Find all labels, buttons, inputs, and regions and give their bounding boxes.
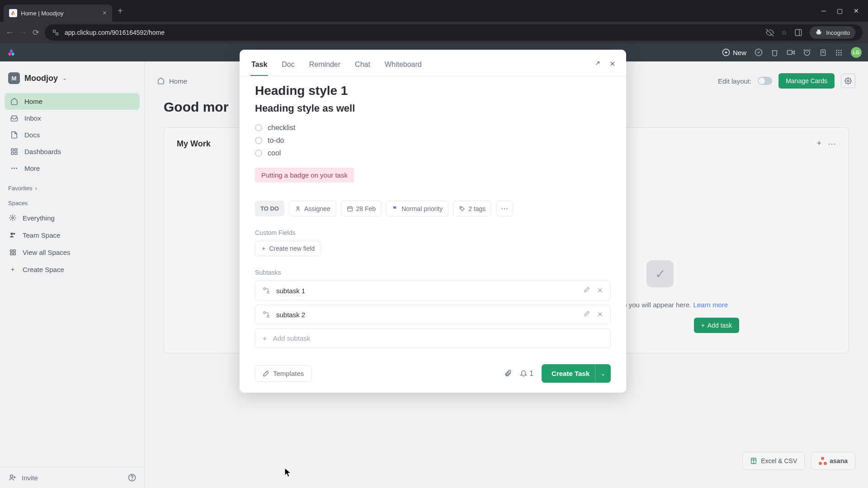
sidebar-item-create-space[interactable]: + Create Space — [0, 261, 144, 278]
plus-icon[interactable]: + — [816, 139, 821, 149]
checklist-item[interactable]: cool — [255, 147, 611, 160]
svg-rect-29 — [11, 152, 14, 155]
incognito-badge[interactable]: Incognito — [810, 26, 855, 39]
checklist-item[interactable]: to-do — [255, 134, 611, 147]
add-task-button[interactable]: + Add task — [694, 318, 740, 333]
new-button[interactable]: New — [722, 48, 746, 56]
check-circle-icon[interactable] — [755, 48, 763, 56]
sidebar-item-docs[interactable]: Docs — [5, 127, 140, 143]
tab-task[interactable]: Task — [250, 56, 268, 76]
create-task-button[interactable]: Create Task — [542, 364, 599, 383]
sidebar-item-more[interactable]: More — [5, 160, 140, 177]
check-illustration-icon: ✓ — [646, 260, 674, 287]
modal-tabs: Task Doc Reminder Chat Whiteboard ✕ — [240, 50, 626, 76]
video-icon[interactable] — [787, 48, 795, 56]
favorites-section-label[interactable]: Favorites › — [0, 179, 144, 194]
sidebar-item-everything[interactable]: Everything — [0, 209, 144, 226]
browser-tab[interactable]: Home | Moodjoy × — [4, 5, 112, 22]
svg-point-22 — [838, 52, 840, 53]
help-icon[interactable] — [128, 474, 136, 482]
close-modal-icon[interactable]: ✕ — [609, 60, 615, 68]
notification-bell[interactable]: 1 — [520, 370, 533, 378]
tab-title: Home | Moodjoy — [21, 10, 99, 17]
tab-reminder[interactable]: Reminder — [308, 56, 341, 76]
checklist-item[interactable]: checklist — [255, 122, 611, 134]
add-subtask-button[interactable]: + Add subtask — [255, 328, 611, 348]
sidebar-item-home[interactable]: Home — [5, 93, 140, 110]
learn-more-link[interactable]: Learn more — [693, 301, 728, 309]
edit-icon[interactable] — [583, 286, 590, 295]
sidebar-item-inbox[interactable]: Inbox — [5, 110, 140, 127]
sidebar-item-dashboards[interactable]: Dashboards — [5, 143, 140, 160]
docs-icon — [10, 131, 18, 139]
apps-grid-icon[interactable] — [835, 49, 843, 56]
ellipsis-icon[interactable]: ⋯ — [828, 139, 836, 149]
task-title-heading1[interactable]: Heading style 1 — [255, 84, 611, 98]
eye-off-icon[interactable] — [766, 28, 774, 37]
svg-point-31 — [11, 168, 13, 169]
home-icon — [157, 77, 165, 84]
svg-rect-65 — [267, 291, 269, 293]
calendar-icon — [347, 206, 353, 212]
more-properties-button[interactable]: ⋯ — [496, 201, 513, 216]
reload-icon[interactable]: ⟳ — [33, 28, 39, 38]
alarm-icon[interactable] — [803, 48, 811, 56]
url-bar[interactable]: app.clickup.com/9016164592/home ☆ Incogn… — [45, 24, 863, 41]
subtask-item[interactable]: subtask 1 ✕ — [255, 281, 611, 300]
status-chip[interactable]: TO DO — [255, 201, 284, 216]
close-tab-icon[interactable]: × — [103, 9, 107, 17]
task-title-heading2[interactable]: Heading style as well — [255, 103, 611, 114]
tags-chip[interactable]: 2 tags — [453, 201, 491, 216]
close-window-icon[interactable]: ✕ — [854, 7, 859, 14]
svg-rect-9 — [788, 51, 793, 55]
checkbox-icon[interactable] — [255, 137, 262, 144]
edit-layout-toggle[interactable] — [758, 77, 772, 85]
svg-point-32 — [14, 168, 15, 169]
tab-doc[interactable]: Doc — [281, 56, 295, 76]
maximize-icon[interactable]: ▢ — [837, 7, 843, 14]
edit-icon[interactable] — [583, 310, 590, 319]
new-tab-button[interactable]: + — [118, 6, 123, 16]
checkbox-icon[interactable] — [255, 150, 262, 157]
back-icon[interactable]: ← — [5, 28, 14, 38]
minimize-icon[interactable]: ─ — [821, 7, 826, 14]
workspace-avatar: M — [8, 72, 20, 84]
breadcrumb-item[interactable]: Home — [169, 77, 187, 85]
bookmark-star-icon[interactable]: ☆ — [781, 29, 787, 36]
excel-csv-badge[interactable]: Excel & CSV — [742, 452, 805, 470]
my-work-title: My Work — [177, 139, 211, 149]
remove-icon[interactable]: ✕ — [597, 286, 603, 295]
date-chip[interactable]: 28 Feb — [341, 201, 382, 216]
invite-button[interactable]: Invite — [22, 474, 38, 482]
create-task-dropdown[interactable]: ⌄ — [595, 364, 611, 383]
site-info-icon[interactable] — [52, 29, 59, 36]
forward-icon[interactable]: → — [19, 28, 27, 38]
svg-line-13 — [804, 49, 805, 50]
notepad-icon[interactable] — [819, 49, 827, 56]
manage-cards-button[interactable]: Manage Cards — [778, 73, 835, 89]
remove-icon[interactable]: ✕ — [597, 310, 603, 319]
svg-line-42 — [14, 216, 15, 216]
asana-badge[interactable]: asana — [811, 452, 855, 470]
trash-icon[interactable] — [771, 49, 778, 56]
subtask-item[interactable]: subtask 2 ✕ — [255, 305, 611, 324]
attachment-icon[interactable] — [504, 370, 512, 377]
templates-button[interactable]: Templates — [255, 365, 311, 382]
assignee-chip[interactable]: Assignee — [289, 201, 336, 216]
sidebar-item-team-space[interactable]: Team Space — [0, 226, 144, 244]
workspace-switcher[interactable]: M Moodjoy ⌄ — [0, 66, 144, 90]
settings-button[interactable] — [841, 74, 855, 88]
sidebar-item-view-all-spaces[interactable]: View all Spaces — [0, 244, 144, 261]
avatar[interactable]: LG — [851, 47, 862, 58]
priority-chip[interactable]: Normal priority — [386, 201, 448, 216]
expand-icon[interactable] — [594, 60, 601, 68]
panel-icon[interactable] — [794, 28, 802, 37]
create-field-button[interactable]: + Create new field — [255, 241, 321, 256]
sidebar-item-label: Dashboards — [24, 148, 61, 155]
task-properties: TO DO Assignee 28 Feb Normal priority 2 … — [255, 201, 611, 216]
clickup-logo-icon[interactable] — [6, 47, 16, 57]
tab-whiteboard[interactable]: Whiteboard — [384, 56, 423, 76]
svg-rect-45 — [10, 249, 12, 251]
checkbox-icon[interactable] — [255, 124, 262, 131]
tab-chat[interactable]: Chat — [354, 56, 371, 76]
